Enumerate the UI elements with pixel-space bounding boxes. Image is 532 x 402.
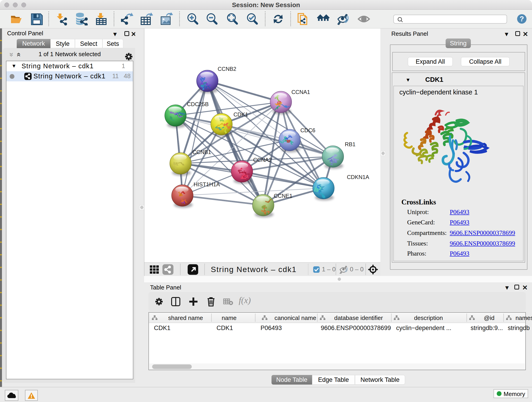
svg-text:CCNA2: CCNA2 [253,157,272,163]
svg-text:CDK1: CDK1 [234,111,248,118]
svg-text:CDKN1A: CDKN1A [347,174,369,180]
svg-text:CCNA1: CCNA1 [291,89,310,95]
svg-text:CCNB1: CCNB1 [192,149,211,155]
svg-text:CDC6: CDC6 [300,127,315,133]
svg-text:CDC25B: CDC25B [187,101,209,107]
svg-text:CCNB2: CCNB2 [218,66,236,72]
svg-text:HIST1H1A: HIST1H1A [194,181,220,187]
svg-text:CCNE1: CCNE1 [274,193,292,199]
svg-text:RB1: RB1 [345,141,355,147]
